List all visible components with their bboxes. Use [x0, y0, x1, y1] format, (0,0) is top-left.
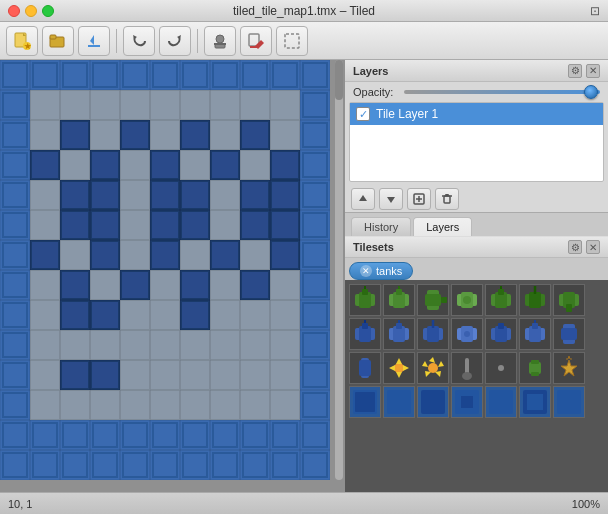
- layer-item[interactable]: ✓ Tile Layer 1: [350, 103, 603, 125]
- svg-rect-187: [498, 323, 504, 329]
- svg-rect-67: [300, 210, 330, 240]
- window-resize[interactable]: ⊡: [590, 4, 608, 18]
- minimize-button[interactable]: [25, 5, 37, 17]
- undo-button[interactable]: [123, 26, 155, 56]
- tileset-row-2: [349, 318, 604, 350]
- svg-rect-94: [180, 300, 210, 330]
- tileset-row-4: [349, 386, 604, 418]
- tileset-row-3: [349, 352, 604, 384]
- tileset-cell[interactable]: [417, 318, 449, 350]
- tileset-cell[interactable]: [383, 386, 415, 418]
- svg-marker-140: [387, 197, 395, 203]
- tileset-cell[interactable]: [383, 352, 415, 384]
- svg-rect-15: [250, 46, 258, 48]
- tileset-cell[interactable]: [349, 318, 381, 350]
- tileset-cell[interactable]: [485, 318, 517, 350]
- toolbar: ★: [0, 22, 608, 60]
- tileset-tab-tanks[interactable]: ✕ tanks: [349, 262, 413, 280]
- tileset-cell[interactable]: [349, 284, 381, 316]
- svg-rect-37: [210, 120, 240, 150]
- svg-text:★: ★: [24, 42, 31, 50]
- tileset-cell[interactable]: [553, 386, 585, 418]
- select-button[interactable]: [276, 26, 308, 56]
- open-button[interactable]: [42, 26, 74, 56]
- tileset-cell[interactable]: [553, 318, 585, 350]
- svg-rect-73: [150, 240, 180, 270]
- svg-rect-65: [210, 210, 240, 240]
- tileset-cell[interactable]: [519, 386, 551, 418]
- tileset-cell[interactable]: [451, 318, 483, 350]
- tileset-cell[interactable]: [417, 386, 449, 418]
- tileset-cell[interactable]: [349, 386, 381, 418]
- svg-rect-108: [240, 360, 270, 390]
- svg-rect-31: [30, 120, 60, 150]
- svg-rect-106: [180, 360, 210, 390]
- tileset-cell[interactable]: [349, 352, 381, 384]
- scrollbar[interactable]: [335, 60, 343, 480]
- tileset-cell[interactable]: [485, 386, 517, 418]
- svg-rect-209: [461, 396, 473, 408]
- tileset-cell[interactable]: [553, 284, 585, 316]
- select-icon: [283, 32, 301, 50]
- svg-rect-26: [0, 60, 330, 90]
- move-layer-down-button[interactable]: [379, 188, 403, 210]
- redo-button[interactable]: [159, 26, 191, 56]
- tileset-cell[interactable]: [417, 352, 449, 384]
- layers-tab[interactable]: Layers: [413, 217, 472, 236]
- tileset-cell[interactable]: [451, 352, 483, 384]
- scrollbar-thumb[interactable]: [335, 60, 343, 100]
- close-button[interactable]: [8, 5, 20, 17]
- save-button[interactable]: [78, 26, 110, 56]
- tileset-cell[interactable]: [383, 318, 415, 350]
- fill-button[interactable]: [240, 26, 272, 56]
- tilesets-close-button[interactable]: ✕: [586, 240, 600, 254]
- tileset-tabs: ✕ tanks: [345, 258, 608, 280]
- tileset-cell[interactable]: [519, 352, 551, 384]
- cursor-position: 10, 1: [8, 498, 32, 510]
- svg-rect-50: [270, 150, 300, 180]
- svg-rect-166: [529, 292, 541, 308]
- svg-rect-46: [150, 150, 180, 180]
- svg-rect-114: [0, 420, 330, 450]
- layer-visibility-checkbox[interactable]: ✓: [356, 107, 370, 121]
- svg-rect-74: [180, 240, 210, 270]
- history-tab[interactable]: History: [351, 217, 411, 236]
- svg-rect-205: [355, 392, 375, 412]
- opacity-handle[interactable]: [584, 85, 598, 99]
- svg-rect-79: [0, 270, 30, 300]
- tileset-tab-close[interactable]: ✕: [360, 265, 372, 277]
- svg-rect-81: [60, 270, 90, 300]
- svg-rect-157: [441, 297, 447, 303]
- tileset-cell[interactable]: [383, 284, 415, 316]
- svg-rect-97: [270, 300, 300, 330]
- stamp-button[interactable]: [204, 26, 236, 56]
- undo-icon: [130, 32, 148, 50]
- tileset-grid[interactable]: [345, 280, 608, 492]
- delete-layer-button[interactable]: [435, 188, 459, 210]
- add-layer-button[interactable]: [407, 188, 431, 210]
- opacity-slider[interactable]: [404, 90, 600, 94]
- tileset-cell[interactable]: [519, 318, 551, 350]
- tileset-cell[interactable]: [451, 386, 483, 418]
- tabs-row: History Layers: [345, 213, 608, 236]
- toolbar-separator-2: [197, 29, 198, 53]
- maximize-button[interactable]: [42, 5, 54, 17]
- tileset-cell[interactable]: [553, 352, 585, 384]
- tileset-cell[interactable]: [417, 284, 449, 316]
- layers-close-button[interactable]: ✕: [586, 64, 600, 78]
- tilesets-settings-button[interactable]: ⚙: [568, 240, 582, 254]
- tileset-cell[interactable]: [519, 284, 551, 316]
- new-button[interactable]: ★: [6, 26, 38, 56]
- svg-rect-102: [0, 360, 30, 390]
- layers-settings-button[interactable]: ⚙: [568, 64, 582, 78]
- opacity-row: Opacity:: [345, 82, 608, 102]
- canvas-area[interactable]: [0, 60, 345, 492]
- svg-point-160: [463, 296, 471, 304]
- tileset-cell[interactable]: [451, 284, 483, 316]
- svg-rect-111: [0, 390, 30, 420]
- tileset-cell[interactable]: [485, 352, 517, 384]
- move-layer-up-button[interactable]: [351, 188, 375, 210]
- stamp-icon: [211, 32, 229, 50]
- svg-rect-42: [30, 150, 60, 180]
- tileset-cell[interactable]: [485, 284, 517, 316]
